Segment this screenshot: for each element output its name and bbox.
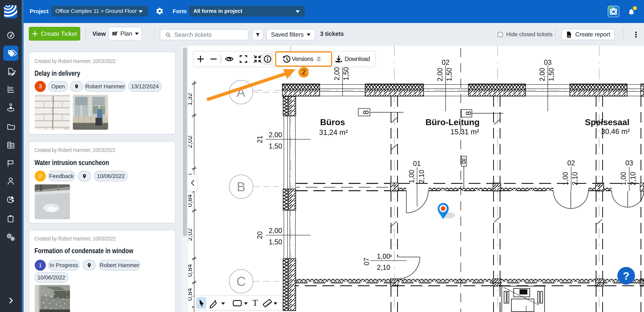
svg-text:2,00: 2,00 (538, 68, 546, 81)
svg-text:2,00: 2,00 (269, 227, 282, 234)
svg-text:8: 8 (462, 157, 466, 166)
svg-text:8: 8 (362, 110, 370, 114)
svg-text:0,84: 0,84 (188, 288, 193, 301)
svg-text:0,84: 0,84 (188, 194, 193, 207)
svg-text:PDF: PDF (568, 35, 571, 37)
svg-text:Download: Download (344, 56, 370, 62)
svg-text:1,00: 1,00 (377, 252, 390, 260)
svg-text:1,50: 1,50 (269, 238, 282, 246)
svg-text:2: 2 (302, 68, 306, 76)
svg-text:2,10: 2,10 (418, 170, 426, 183)
svg-text:03: 03 (626, 159, 633, 167)
svg-text:2,00: 2,00 (333, 67, 341, 80)
svg-text:2,10: 2,10 (377, 264, 390, 271)
svg-text:07: 07 (363, 258, 370, 266)
svg-text:1,32: 1,32 (188, 93, 193, 106)
svg-text:2,00: 2,00 (436, 68, 444, 81)
svg-text:2,10: 2,10 (571, 172, 579, 185)
svg-text:2,02: 2,02 (188, 136, 193, 148)
svg-text:2,10: 2,10 (629, 172, 637, 185)
svg-text:2,02: 2,02 (188, 228, 193, 241)
svg-text:2,00: 2,00 (269, 131, 282, 139)
svg-text:31,24 m²: 31,24 m² (319, 128, 348, 136)
svg-text:1,00: 1,00 (620, 172, 627, 185)
svg-text:1,50: 1,50 (269, 142, 282, 150)
svg-text:Büro-Leitung: Büro-Leitung (426, 117, 480, 127)
svg-text:03: 03 (544, 58, 552, 66)
svg-text:C: C (236, 274, 246, 288)
svg-text:T: T (252, 298, 258, 308)
svg-text:0,84: 0,84 (188, 264, 193, 277)
svg-text:Büros: Büros (320, 117, 345, 127)
svg-text:1,00: 1,00 (408, 170, 416, 183)
svg-text:30,46 m²: 30,46 m² (601, 128, 630, 136)
svg-text:Speisesaal: Speisesaal (585, 117, 630, 127)
svg-text:02: 02 (442, 58, 450, 66)
svg-text:01: 01 (413, 160, 421, 168)
svg-text:1,50: 1,50 (445, 68, 453, 81)
svg-text:1,50: 1,50 (342, 67, 350, 80)
svg-text:1,50: 1,50 (548, 68, 555, 81)
svg-text:02: 02 (567, 159, 575, 167)
svg-text:B: B (237, 180, 245, 194)
svg-text:20: 20 (256, 231, 264, 239)
svg-text:1,00: 1,00 (562, 172, 569, 185)
svg-text:21: 21 (256, 136, 264, 143)
svg-text:15,31 m²: 15,31 m² (450, 128, 479, 136)
svg-text:8: 8 (464, 111, 473, 115)
